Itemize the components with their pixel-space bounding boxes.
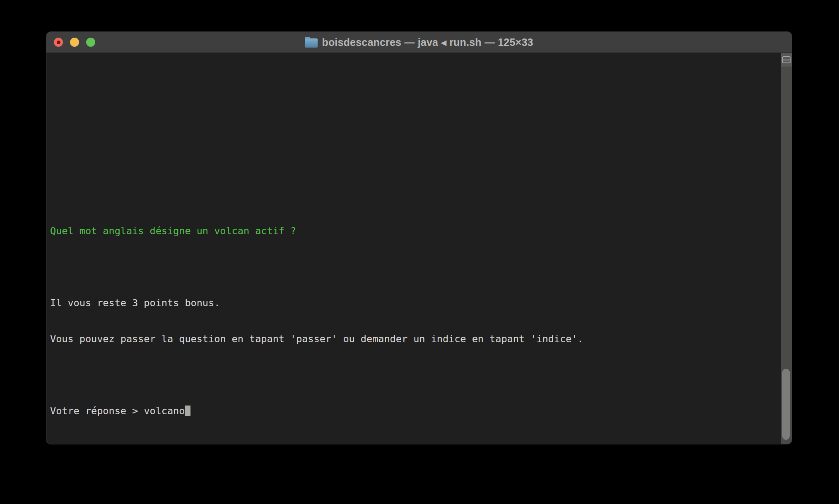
scrollbar-thumb[interactable] [782,369,790,440]
edited-indicator-dot [57,41,60,44]
terminal-content[interactable]: Quel mot anglais désigne un volcan actif… [46,53,792,444]
split-pane-button[interactable] [781,53,792,67]
desktop-background: boisdescancres — java ◂ run.sh — 125×33 … [0,0,839,504]
prompt-line[interactable]: Votre réponse > volcano [50,405,776,417]
minimize-button[interactable] [70,38,79,47]
split-pane-icon [782,56,791,63]
terminal-output: Quel mot anglais désigne un volcan actif… [50,201,776,441]
zoom-button[interactable] [86,38,95,47]
folder-icon-tab [305,37,310,39]
blank-line [50,261,776,273]
blank-line [50,369,776,381]
close-button[interactable] [54,38,63,47]
scrollbar-track[interactable] [781,53,792,444]
help-line: Vous pouvez passer la question en tapant… [50,333,776,345]
question-line: Quel mot anglais désigne un volcan actif… [50,225,776,237]
window-title: boisdescancres — java ◂ run.sh — 125×33 [305,36,533,48]
text-cursor-block [185,406,190,416]
bonus-points-line: Il vous reste 3 points bonus. [50,297,776,309]
typed-input[interactable]: volcano [144,405,185,417]
folder-icon [305,38,318,48]
traffic-lights [54,32,95,53]
window-title-text: boisdescancres — java ◂ run.sh — 125×33 [322,36,533,48]
prompt-label: Votre réponse > [50,405,144,417]
terminal-window: boisdescancres — java ◂ run.sh — 125×33 … [46,32,792,444]
title-bar[interactable]: boisdescancres — java ◂ run.sh — 125×33 [46,32,792,53]
